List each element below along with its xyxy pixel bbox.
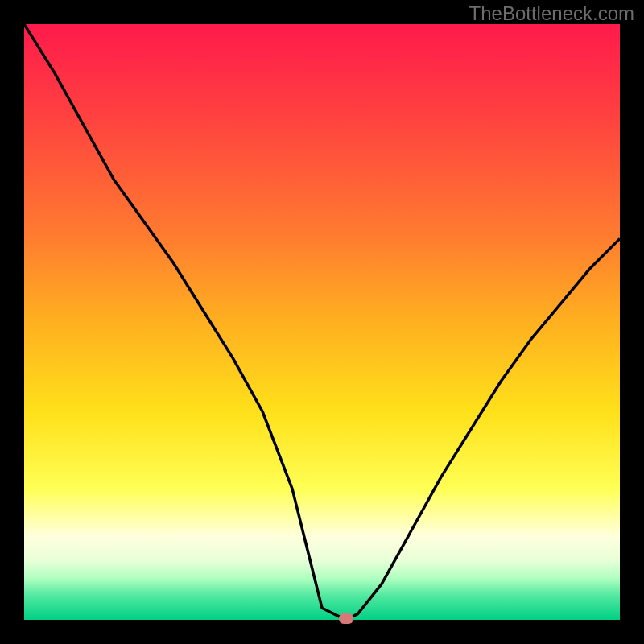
watermark-text: TheBottleneck.com [469, 2, 634, 25]
optimal-point-marker [339, 613, 353, 624]
bottleneck-curve [24, 24, 620, 620]
chart-frame: { "watermark": "TheBottleneck.com", "cha… [0, 0, 644, 644]
chart-plot-area [24, 24, 620, 620]
